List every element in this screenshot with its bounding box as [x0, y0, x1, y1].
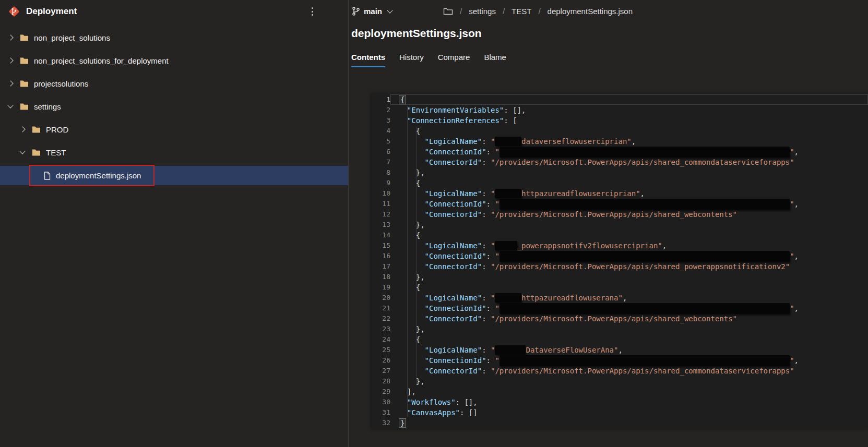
code-line: 11 "ConnectionId": "", [372, 199, 868, 209]
chevron-down-icon[interactable] [19, 148, 25, 154]
chevron-right-icon[interactable] [19, 126, 25, 132]
redacted-text [500, 303, 790, 314]
folder-icon [32, 126, 41, 134]
code-line: 28 }, [372, 376, 868, 386]
code-text[interactable]: { [390, 126, 868, 136]
branch-selector[interactable]: main [351, 6, 399, 16]
code-text[interactable]: }, [390, 167, 868, 178]
code-text[interactable]: "LogicalName": "dataverseflowuserciprian… [390, 136, 868, 147]
tree-item-non_project_solutions[interactable]: non_project_solutions [0, 26, 348, 49]
code-text[interactable]: "EnvironmentVariables": [], [390, 105, 868, 115]
chevron-right-icon[interactable] [7, 57, 13, 63]
code-text[interactable]: "ConnectorId": "/providers/Microsoft.Pow… [390, 209, 868, 220]
redacted-text [495, 293, 521, 303]
tree-item-projectsolutions[interactable]: projectsolutions [0, 72, 348, 95]
code-text[interactable]: }, [390, 324, 868, 334]
line-number: 14 [372, 230, 390, 240]
code-text[interactable]: }, [390, 272, 868, 282]
line-number: 9 [372, 178, 390, 188]
tab-bar: ContentsHistoryCompareBlame [351, 53, 868, 67]
code-text[interactable]: ], [390, 386, 868, 397]
code-text[interactable]: "Workflows": [], [390, 397, 868, 407]
code-text[interactable]: }, [390, 376, 868, 386]
tree-item-TEST[interactable]: TEST [0, 141, 348, 164]
code-line: 12 "ConnectorId": "/providers/Microsoft.… [372, 209, 868, 220]
tree-item-label: non_project_solutions [34, 33, 110, 42]
code-line: 7 "ConnectorId": "/providers/Microsoft.P… [372, 157, 868, 167]
line-number: 10 [372, 188, 390, 199]
code-line: 26 "ConnectionId": "", [372, 355, 868, 366]
folder-icon [20, 57, 29, 65]
line-number: 26 [372, 355, 390, 366]
code-line: 22 "ConnectorId": "/providers/Microsoft.… [372, 313, 868, 324]
breadcrumb-folder-icon[interactable] [443, 7, 453, 16]
code-line: 17 "ConnectorId": "/providers/Microsoft.… [372, 261, 868, 272]
code-line: 27 "ConnectorId": "/providers/Microsoft.… [372, 366, 868, 376]
code-text[interactable]: { [390, 230, 868, 240]
redacted-text [500, 199, 790, 210]
code-text[interactable]: "ConnectionId": "", [390, 355, 868, 366]
code-line: 8 }, [372, 167, 868, 178]
tree-item-label: deploymentSettings.json [56, 171, 141, 180]
code-text[interactable]: { [390, 94, 868, 105]
redacted-text [495, 241, 517, 250]
line-number: 16 [372, 251, 390, 261]
tree-item-label: TEST [46, 148, 66, 157]
tab-history[interactable]: History [399, 53, 424, 67]
code-text[interactable]: "LogicalName": "httpazureadflowusercipri… [390, 188, 868, 199]
file-icon [44, 172, 51, 180]
code-line: 19 { [372, 282, 868, 293]
repo-header: Deployment [0, 0, 348, 23]
code-line: 4 { [372, 126, 868, 136]
line-number: 32 [372, 418, 390, 428]
line-number: 23 [372, 324, 390, 334]
code-text[interactable]: "ConnectorId": "/providers/Microsoft.Pow… [390, 366, 868, 376]
code-text[interactable]: "ConnectorId": "/providers/Microsoft.Pow… [390, 261, 868, 272]
tab-blame[interactable]: Blame [484, 53, 506, 67]
code-text[interactable]: { [390, 282, 868, 293]
tree-item-label: PROD [46, 125, 68, 134]
chevron-down-icon[interactable] [7, 102, 13, 108]
breadcrumb-item-TEST[interactable]: TEST [512, 7, 531, 16]
tab-contents[interactable]: Contents [351, 53, 385, 67]
code-text[interactable]: "CanvasApps": [] [390, 407, 868, 418]
code-text[interactable]: "LogicalName": "_powerappsnotifv2flowuse… [390, 240, 868, 251]
line-number: 7 [372, 157, 390, 167]
code-text[interactable]: "LogicalName": "httpazureadflowuserana", [390, 293, 868, 303]
tree-item-non_project_solutions_for_deployment[interactable]: non_project_solutions_for_deployment [0, 49, 348, 72]
code-text[interactable]: { [390, 334, 868, 345]
code-text[interactable]: "LogicalName": "DataverseFlowUserAna", [390, 345, 868, 355]
line-number: 22 [372, 313, 390, 324]
chevron-right-icon[interactable] [7, 80, 13, 86]
code-text[interactable]: "ConnectorId": "/providers/Microsoft.Pow… [390, 157, 868, 167]
redacted-text [500, 251, 790, 262]
breadcrumb: /settings/TEST/deploymentSettings.json [443, 7, 633, 16]
code-line: 20 "LogicalName": "httpazureadflowuseran… [372, 293, 868, 303]
code-line: 2 "EnvironmentVariables": [], [372, 105, 868, 115]
line-number: 29 [372, 386, 390, 397]
code-text[interactable]: "ConnectionId": "", [390, 147, 868, 157]
chevron-right-icon[interactable] [7, 34, 13, 40]
code-text[interactable]: "ConnectionId": "", [390, 251, 868, 261]
code-text[interactable]: "ConnectionId": "", [390, 303, 868, 313]
code-text[interactable]: "ConnectionReferences": [ [390, 115, 868, 126]
code-text[interactable]: { [390, 178, 868, 188]
tree-item-settings[interactable]: settings [0, 95, 348, 118]
code-text[interactable]: }, [390, 220, 868, 230]
breadcrumb-item-deploymentSettings.json[interactable]: deploymentSettings.json [548, 7, 633, 16]
more-options-button[interactable] [307, 5, 317, 18]
code-editor[interactable]: 1{2 "EnvironmentVariables": [],3 "Connec… [372, 93, 868, 429]
code-line: 14 { [372, 230, 868, 240]
tree-item-label: non_project_solutions_for_deployment [34, 56, 169, 65]
line-number: 4 [372, 126, 390, 136]
breadcrumb-item-settings[interactable]: settings [469, 7, 496, 16]
line-number: 6 [372, 147, 390, 157]
chevron-down-icon [387, 7, 393, 13]
tree-item-deploymentSettings.json[interactable]: deploymentSettings.json [0, 166, 348, 185]
code-text[interactable]: "ConnectorId": "/providers/Microsoft.Pow… [390, 313, 868, 324]
code-line: 31 "CanvasApps": [] [372, 407, 868, 418]
code-text[interactable]: } [390, 418, 868, 428]
tab-compare[interactable]: Compare [438, 53, 470, 67]
tree-item-PROD[interactable]: PROD [0, 118, 348, 141]
code-text[interactable]: "ConnectionId": "", [390, 199, 868, 209]
